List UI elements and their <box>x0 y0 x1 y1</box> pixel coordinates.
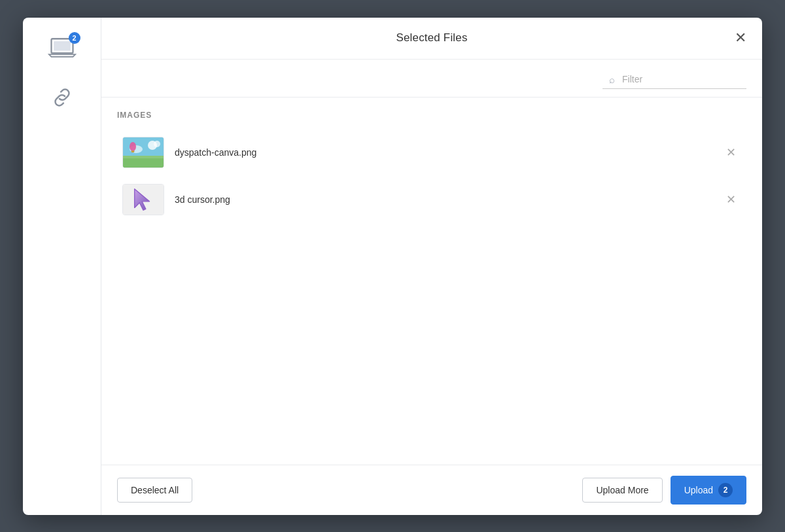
upload-button[interactable]: Upload 2 <box>671 476 746 505</box>
sidebar-item-laptop[interactable]: 2 <box>43 31 82 65</box>
sidebar: 2 <box>23 18 101 515</box>
svg-point-4 <box>154 141 160 147</box>
modal-title: Selected Files <box>396 31 467 44</box>
file-list: Dyspatch <box>117 130 746 222</box>
files-section: IMAGES Dyspatch <box>101 98 762 465</box>
file-name: dyspatch-canva.png <box>175 147 721 158</box>
file-name: 3d cursor.png <box>175 194 721 205</box>
svg-rect-9 <box>131 151 134 152</box>
section-label: IMAGES <box>117 111 746 120</box>
file-remove-button[interactable]: ✕ <box>721 191 741 208</box>
filter-bar: ⌕ <box>101 60 762 98</box>
filter-wrapper: ⌕ <box>602 70 746 89</box>
upload-more-button[interactable]: Upload More <box>582 478 662 503</box>
table-row: Dyspatch <box>117 130 746 175</box>
svg-rect-7 <box>123 156 164 158</box>
link-icon <box>50 86 74 109</box>
deselect-all-button[interactable]: Deselect All <box>117 478 192 503</box>
table-row: 3d cursor.png ✕ <box>117 177 746 222</box>
file-remove-button[interactable]: ✕ <box>721 144 741 161</box>
file-thumbnail-cursor <box>122 184 164 215</box>
svg-marker-12 <box>135 188 150 209</box>
filter-input[interactable] <box>602 70 746 89</box>
svg-point-8 <box>130 142 136 151</box>
sidebar-item-link[interactable] <box>45 80 79 115</box>
svg-rect-2 <box>123 137 164 157</box>
search-icon: ⌕ <box>609 74 615 85</box>
footer-right: Upload More Upload 2 <box>582 476 746 505</box>
dyspatch-thumb-svg <box>123 137 164 168</box>
close-button[interactable]: ✕ <box>732 28 749 48</box>
modal-header: Selected Files ✕ <box>101 18 762 60</box>
modal-main: Selected Files ✕ ⌕ IMAGES Dyspatch <box>101 18 762 515</box>
modal-container: 2 Selected Files ✕ ⌕ <box>23 18 762 515</box>
file-thumbnail-dyspatch: Dyspatch <box>122 137 164 168</box>
modal-footer: Deselect All Upload More Upload 2 <box>101 465 762 515</box>
svg-rect-1 <box>54 41 71 50</box>
upload-label: Upload <box>684 485 713 495</box>
sidebar-badge: 2 <box>69 32 80 44</box>
upload-count-badge: 2 <box>718 483 733 497</box>
cursor-thumb-svg <box>131 186 155 213</box>
